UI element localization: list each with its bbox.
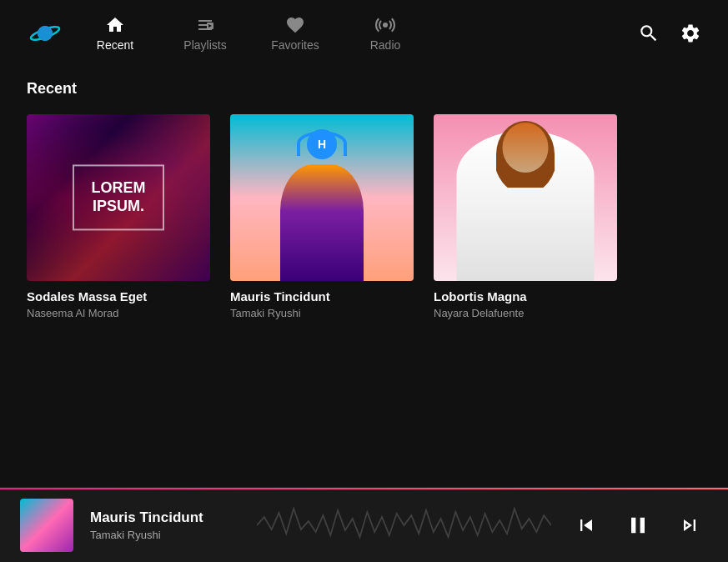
radio-icon	[375, 15, 395, 35]
app-logo	[27, 15, 63, 52]
svg-point-5	[383, 23, 388, 28]
playlist-icon	[195, 15, 215, 35]
nav-favorites-label: Favorites	[271, 38, 319, 52]
gear-icon	[680, 23, 701, 44]
nav-playlists[interactable]: Playlists	[180, 15, 230, 52]
card-2-artwork: H	[230, 114, 414, 281]
player-controls	[568, 505, 708, 545]
player-artist: Tamaki Ryushi	[90, 529, 240, 541]
nav-items: Recent Playlists Favorites Radio	[90, 15, 638, 52]
card-1-artwork: LOREM IPSUM.	[27, 114, 210, 281]
next-button[interactable]	[671, 507, 708, 544]
home-icon	[105, 15, 125, 35]
player-thumbnail	[20, 499, 73, 552]
lorem-box: LOREM IPSUM.	[73, 164, 164, 230]
pause-icon	[625, 512, 651, 539]
search-icon	[638, 23, 660, 44]
prev-button[interactable]	[568, 507, 605, 544]
card-3-head	[503, 123, 549, 173]
card-1-image: LOREM IPSUM.	[27, 114, 210, 281]
card-3-artwork	[434, 114, 617, 281]
skip-prev-icon	[575, 514, 598, 537]
card-1-title: Sodales Massa Eget	[27, 289, 210, 304]
settings-button[interactable]	[680, 23, 701, 44]
card-2-body	[280, 164, 364, 281]
card-3-image	[434, 114, 617, 281]
card-1-artist: Naseema Al Morad	[27, 307, 210, 319]
player-bar: Mauris Tincidunt Tamaki Ryushi	[0, 487, 728, 562]
headphone-badge: H	[307, 129, 337, 159]
card-2-image: H	[230, 114, 414, 281]
nav-right	[638, 23, 701, 44]
card-2-title: Mauris Tincidunt	[230, 289, 414, 304]
search-button[interactable]	[638, 23, 660, 44]
skip-next-icon	[678, 514, 701, 537]
waveform-svg	[257, 500, 551, 550]
player-title: Mauris Tincidunt	[90, 509, 240, 526]
player-thumb-artwork	[20, 499, 73, 552]
player-info: Mauris Tincidunt Tamaki Ryushi	[90, 509, 240, 541]
card-3[interactable]: Lobortis Magna Nayara Delafuente	[434, 114, 617, 319]
heart-icon	[285, 15, 305, 35]
player-waveform	[257, 500, 551, 550]
card-3-title: Lobortis Magna	[434, 289, 617, 304]
card-2-artist: Tamaki Ryushi	[230, 307, 414, 319]
nav-radio-label: Radio	[370, 38, 401, 52]
main-content: Recent LOREM IPSUM. Sodales Massa Eget N…	[0, 67, 728, 487]
nav-playlists-label: Playlists	[183, 38, 226, 52]
pause-button[interactable]	[618, 505, 658, 545]
nav-radio[interactable]: Radio	[360, 15, 410, 52]
nav-recent-label: Recent	[97, 38, 133, 52]
lorem-text: LOREM IPSUM.	[91, 179, 146, 215]
card-2-info: Mauris Tincidunt Tamaki Ryushi	[230, 281, 414, 319]
card-2[interactable]: H Mauris Tincidunt Tamaki Ryushi	[230, 114, 414, 319]
svg-point-2	[38, 26, 53, 41]
nav-favorites[interactable]: Favorites	[270, 15, 320, 52]
nav-bar: Recent Playlists Favorites Radio	[0, 0, 728, 67]
card-1[interactable]: LOREM IPSUM. Sodales Massa Eget Naseema …	[27, 114, 210, 319]
section-title: Recent	[27, 80, 701, 98]
card-3-artist: Nayara Delafuente	[434, 307, 617, 319]
cards-row: LOREM IPSUM. Sodales Massa Eget Naseema …	[27, 114, 701, 319]
nav-recent[interactable]: Recent	[90, 15, 140, 52]
card-3-info: Lobortis Magna Nayara Delafuente	[434, 281, 617, 319]
card-1-info: Sodales Massa Eget Naseema Al Morad	[27, 281, 210, 319]
